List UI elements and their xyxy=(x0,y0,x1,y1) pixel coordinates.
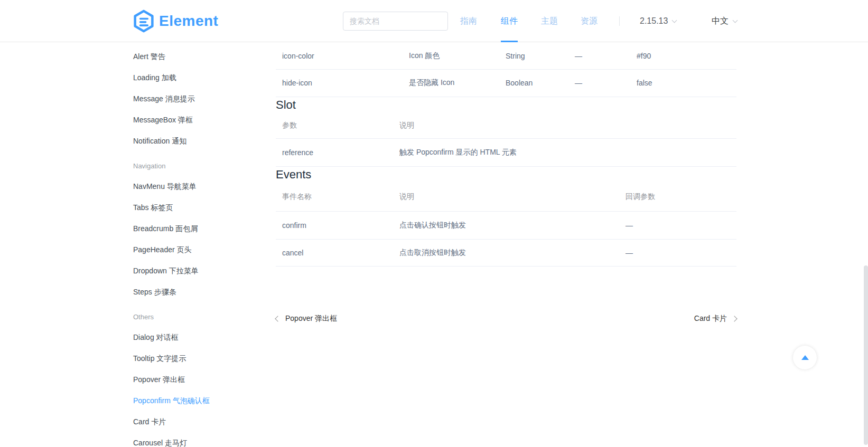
element-logo-icon xyxy=(133,9,154,33)
sidebar-item-tooltip[interactable]: Tooltip 文字提示 xyxy=(133,348,255,369)
nav-item-resource[interactable]: 资源 xyxy=(581,0,598,42)
site-header: Element 指南 组件 主题 资源 2.15.13 中文 xyxy=(0,0,868,42)
event-params: — xyxy=(619,239,736,266)
sidebar-item-steps[interactable]: Steps 步骤条 xyxy=(133,282,255,303)
sidebar-item-popover[interactable]: Popover 弹出框 xyxy=(133,369,255,391)
column-header: 参数 xyxy=(276,113,393,139)
sidebar-item-breadcrumb[interactable]: Breadcrumb 面包屑 xyxy=(133,218,255,240)
chevron-down-icon xyxy=(672,18,677,23)
sidebar-item-carousel[interactable]: Carousel 走马灯 xyxy=(133,433,255,447)
sidebar-group-navigation: Navigation xyxy=(133,155,255,176)
scrollbar-thumb[interactable] xyxy=(864,265,868,445)
table-header-row: 参数 说明 xyxy=(276,113,736,139)
slot-heading: Slot xyxy=(276,97,736,113)
table-row: reference 触发 Popconfirm 显示的 HTML 元素 xyxy=(276,139,736,167)
sidebar-group-others: Others xyxy=(133,306,255,327)
event-description: 点击取消按钮时触发 xyxy=(393,239,619,266)
sidebar-item-notification[interactable]: Notification 通知 xyxy=(133,131,255,152)
version-select[interactable]: 2.15.13 xyxy=(640,0,676,42)
sidebar-item-messagebox[interactable]: MessageBox 弹框 xyxy=(133,110,255,131)
sidebar-item-pageheader[interactable]: PageHeader 页头 xyxy=(133,240,255,261)
pager-prev-label: Popover 弹出框 xyxy=(285,314,337,324)
version-label: 2.15.13 xyxy=(640,16,668,25)
language-select[interactable]: 中文 xyxy=(712,0,737,42)
attr-default: false xyxy=(630,69,736,97)
attr-name: icon-color xyxy=(276,43,403,69)
column-header: 说明 xyxy=(393,183,619,211)
pager-prev-popover[interactable]: Popover 弹出框 xyxy=(276,314,337,324)
sidebar-item-dropdown[interactable]: Dropdown 下拉菜单 xyxy=(133,261,255,282)
column-header: 回调参数 xyxy=(619,183,736,211)
sidebar-item-navmenu[interactable]: NavMenu 导航菜单 xyxy=(133,176,255,197)
attr-options: — xyxy=(568,43,630,69)
events-table: 事件名称 说明 回调参数 confirm 点击确认按钮时触发 — cancel … xyxy=(276,183,736,267)
language-label: 中文 xyxy=(712,16,729,25)
table-row: cancel 点击取消按钮时触发 — xyxy=(276,239,736,266)
event-params: — xyxy=(619,211,736,239)
attr-name: hide-icon xyxy=(276,69,403,97)
sidebar-item-card[interactable]: Card 卡片 xyxy=(133,412,255,433)
sidebar-item-tabs[interactable]: Tabs 标签页 xyxy=(133,197,255,218)
pager-next-card[interactable]: Card 卡片 xyxy=(694,314,736,324)
column-header: 事件名称 xyxy=(276,183,393,211)
events-heading: Events xyxy=(276,167,736,183)
sidebar-item-popconfirm[interactable]: Popconfirm 气泡确认框 xyxy=(133,391,255,412)
pager: Popover 弹出框 Card 卡片 xyxy=(276,313,736,324)
slot-name: reference xyxy=(276,139,393,167)
component-sidebar: Alert 警告 Loading 加载 Message 消息提示 Message… xyxy=(133,43,255,447)
event-name: cancel xyxy=(276,239,393,266)
event-description: 点击确认按钮时触发 xyxy=(393,211,619,239)
chevron-down-icon xyxy=(733,18,738,23)
attr-type: Boolean xyxy=(499,69,568,97)
sidebar-item-alert[interactable]: Alert 警告 xyxy=(133,46,255,68)
logo-text: Element xyxy=(159,13,218,30)
sidebar-item-dialog[interactable]: Dialog 对话框 xyxy=(133,327,255,348)
slot-description: 触发 Popconfirm 显示的 HTML 元素 xyxy=(393,139,736,167)
nav-item-guide[interactable]: 指南 xyxy=(460,0,477,42)
attr-description: 是否隐藏 Icon xyxy=(403,69,499,97)
sidebar-item-message[interactable]: Message 消息提示 xyxy=(133,89,255,110)
table-row: icon-color Icon 颜色 String — #f90 xyxy=(276,43,736,69)
pager-next-label: Card 卡片 xyxy=(694,314,727,324)
column-header: 说明 xyxy=(393,113,736,139)
attributes-table: icon-color Icon 颜色 String — #f90 hide-ic… xyxy=(276,43,736,97)
back-to-top-button[interactable] xyxy=(793,346,817,369)
doc-content: icon-color Icon 颜色 String — #f90 hide-ic… xyxy=(276,43,736,324)
table-row: hide-icon 是否隐藏 Icon Boolean — false xyxy=(276,69,736,97)
attr-options: — xyxy=(568,69,630,97)
attr-default: #f90 xyxy=(630,43,736,69)
attr-type: String xyxy=(499,43,568,69)
sidebar-item-loading[interactable]: Loading 加载 xyxy=(133,68,255,89)
nav-item-theme[interactable]: 主题 xyxy=(541,0,558,42)
caret-up-icon xyxy=(801,355,809,360)
search-input[interactable] xyxy=(343,12,448,31)
table-row: confirm 点击确认按钮时触发 — xyxy=(276,211,736,239)
slot-table: 参数 说明 reference 触发 Popconfirm 显示的 HTML 元… xyxy=(276,113,736,167)
attr-description: Icon 颜色 xyxy=(403,43,499,69)
event-name: confirm xyxy=(276,211,393,239)
nav-divider xyxy=(619,16,620,26)
table-header-row: 事件名称 说明 回调参数 xyxy=(276,183,736,211)
chevron-right-icon xyxy=(731,316,737,321)
sidebar-list: Alert 警告 Loading 加载 Message 消息提示 Message… xyxy=(133,43,255,447)
element-logo[interactable]: Element xyxy=(133,9,218,33)
chevron-left-icon xyxy=(275,316,281,321)
nav-item-components[interactable]: 组件 xyxy=(501,0,518,42)
